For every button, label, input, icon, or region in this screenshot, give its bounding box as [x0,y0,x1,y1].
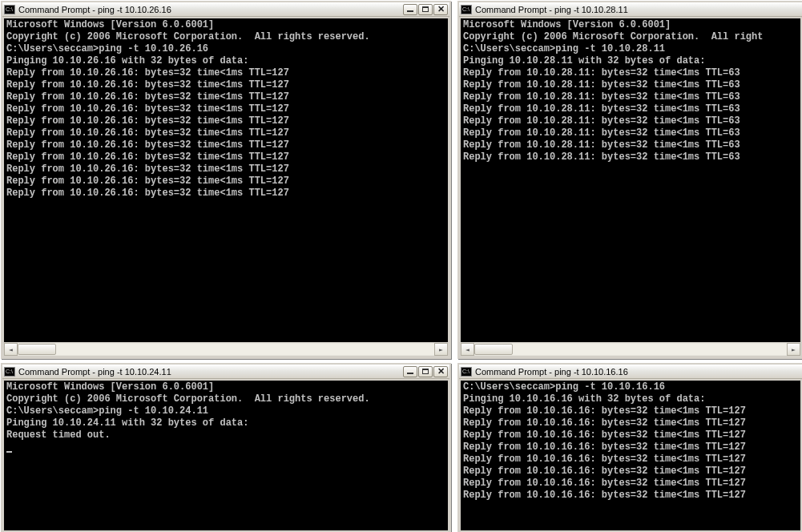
ping-reply-line: Reply from 10.10.28.11: bytes=32 time<1m… [463,151,798,163]
output-line: Pinging 10.10.24.11 with 32 bytes of dat… [6,417,445,429]
ping-reply-line: Reply from 10.10.16.16: bytes=32 time<1m… [463,417,798,429]
close-icon: ✕ [437,367,445,376]
ping-reply-line: Reply from 10.10.26.16: bytes=32 time<1m… [6,91,445,103]
terminal-output[interactable]: C:\Users\seccam>ping -t 10.10.16.16Pingi… [461,381,800,530]
output-line: Copyright (c) 2006 Microsoft Corporation… [463,31,798,43]
ping-reply-line: Reply from 10.10.16.16: bytes=32 time<1m… [463,490,798,502]
scroll-right-button[interactable] [434,343,448,356]
ping-reply-line: Reply from 10.10.28.11: bytes=32 time<1m… [463,139,798,151]
scroll-right-button[interactable] [787,343,800,356]
window-title: Command Prompt - ping -t 10.10.26.16 [18,5,171,14]
maximize-icon [422,6,429,12]
minimize-button[interactable] [403,366,417,377]
scroll-thumb[interactable] [18,344,56,355]
window-controls: ✕ [403,4,448,15]
ping-reply-line: Reply from 10.10.26.16: bytes=32 time<1m… [6,163,445,175]
ping-reply-line: Reply from 10.10.28.11: bytes=32 time<1m… [463,103,798,115]
client-area: Microsoft Windows [Version 6.0.6001]Copy… [461,18,800,356]
output-line: Microsoft Windows [Version 6.0.6001] [463,19,798,31]
ping-reply-line: Reply from 10.10.16.16: bytes=32 time<1m… [463,405,798,417]
minimize-icon [407,10,413,12]
ping-reply-line: Reply from 10.10.16.16: bytes=32 time<1m… [463,478,798,490]
output-line: C:\Users\seccam>ping -t 10.10.28.11 [463,43,798,55]
command-prompt-window: C:\Command Prompt - ping -t 10.10.28.11M… [457,1,802,359]
window-title: Command Prompt - ping -t 10.10.16.16 [475,367,628,377]
cmd-icon: C:\ [4,5,15,14]
scroll-left-button[interactable] [4,343,18,356]
close-button[interactable]: ✕ [433,366,448,377]
command-prompt-window: C:\Command Prompt - ping -t 10.10.16.16C… [457,363,802,532]
ping-reply-line: Reply from 10.10.26.16: bytes=32 time<1m… [6,79,445,91]
terminal-output[interactable]: Microsoft Windows [Version 6.0.6001]Copy… [4,381,448,530]
close-button[interactable]: ✕ [433,4,448,15]
ping-reply-line: Reply from 10.10.28.11: bytes=32 time<1m… [463,115,798,127]
maximize-button[interactable] [418,366,433,377]
titlebar[interactable]: C:\Command Prompt - ping -t 10.10.28.11 [459,2,802,17]
cmd-icon: C:\ [4,367,15,377]
ping-reply-line: Reply from 10.10.26.16: bytes=32 time<1m… [6,151,445,163]
output-line: C:\Users\seccam>ping -t 10.10.26.16 [6,43,445,55]
terminal-output[interactable]: Microsoft Windows [Version 6.0.6001]Copy… [4,18,448,342]
cmd-icon: C:\ [461,367,472,377]
output-line: Pinging 10.10.16.16 with 32 bytes of dat… [463,393,798,405]
command-prompt-window: C:\Command Prompt - ping -t 10.10.24.11✕… [1,363,451,532]
output-line: Microsoft Windows [Version 6.0.6001] [6,19,445,31]
scroll-thumb[interactable] [474,344,513,355]
minimize-icon [407,373,413,374]
ping-reply-line: Reply from 10.10.26.16: bytes=32 time<1m… [6,127,445,139]
window-title: Command Prompt - ping -t 10.10.24.11 [18,367,171,377]
command-prompt-window: C:\Command Prompt - ping -t 10.10.26.16✕… [1,1,451,359]
output-line: Microsoft Windows [Version 6.0.6001] [6,381,445,393]
ping-reply-line: Reply from 10.10.26.16: bytes=32 time<1m… [6,139,445,151]
ping-reply-line: Reply from 10.10.16.16: bytes=32 time<1m… [463,453,798,466]
output-line: C:\Users\seccam>ping -t 10.10.24.11 [6,405,445,417]
output-line: Pinging 10.10.28.11 with 32 bytes of dat… [463,55,798,67]
horizontal-scrollbar[interactable] [461,342,800,356]
ping-reply-line: Reply from 10.10.28.11: bytes=32 time<1m… [463,67,798,79]
minimize-button[interactable] [403,4,417,15]
client-area: C:\Users\seccam>ping -t 10.10.16.16Pingi… [461,381,800,530]
ping-reply-line: Reply from 10.10.26.16: bytes=32 time<1m… [6,175,445,187]
close-icon: ✕ [437,5,445,14]
cursor-line [6,441,445,453]
titlebar[interactable]: C:\Command Prompt - ping -t 10.10.16.16 [459,365,802,379]
output-line: Copyright (c) 2006 Microsoft Corporation… [6,31,445,43]
scroll-left-button[interactable] [461,343,474,356]
titlebar[interactable]: C:\Command Prompt - ping -t 10.10.24.11✕ [2,365,449,379]
window-controls: ✕ [403,366,448,377]
scroll-track[interactable] [474,343,787,356]
ping-reply-line: Reply from 10.10.26.16: bytes=32 time<1m… [6,103,445,115]
text-cursor [6,451,12,453]
ping-reply-line: Reply from 10.10.28.11: bytes=32 time<1m… [463,91,798,103]
output-line: C:\Users\seccam>ping -t 10.10.16.16 [463,381,798,393]
ping-reply-line: Reply from 10.10.26.16: bytes=32 time<1m… [6,187,445,200]
output-line: Copyright (c) 2006 Microsoft Corporation… [6,393,445,405]
window-title: Command Prompt - ping -t 10.10.28.11 [475,5,628,14]
titlebar[interactable]: C:\Command Prompt - ping -t 10.10.26.16✕ [2,2,449,17]
cmd-icon: C:\ [461,5,472,14]
ping-reply-line: Reply from 10.10.26.16: bytes=32 time<1m… [6,67,445,79]
ping-reply-line: Reply from 10.10.16.16: bytes=32 time<1m… [463,429,798,441]
terminal-output[interactable]: Microsoft Windows [Version 6.0.6001]Copy… [461,18,800,342]
horizontal-scrollbar[interactable] [4,342,448,356]
client-area: Microsoft Windows [Version 6.0.6001]Copy… [4,381,448,530]
ping-reply-line: Reply from 10.10.28.11: bytes=32 time<1m… [463,127,798,139]
scroll-track[interactable] [18,343,434,356]
output-line: Pinging 10.10.26.16 with 32 bytes of dat… [6,55,445,67]
maximize-button[interactable] [418,4,433,15]
ping-reply-line: Reply from 10.10.16.16: bytes=32 time<1m… [463,441,798,453]
ping-reply-line: Reply from 10.10.28.11: bytes=32 time<1m… [463,79,798,91]
maximize-icon [422,369,429,374]
client-area: Microsoft Windows [Version 6.0.6001]Copy… [4,18,448,356]
output-line: Request timed out. [6,429,445,441]
ping-reply-line: Reply from 10.10.26.16: bytes=32 time<1m… [6,115,445,127]
ping-reply-line: Reply from 10.10.16.16: bytes=32 time<1m… [463,466,798,478]
